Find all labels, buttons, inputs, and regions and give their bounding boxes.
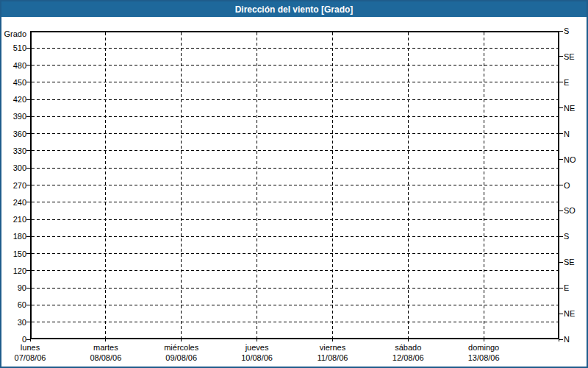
y-tick-label: 210 <box>1 215 26 224</box>
right-axis-label: N <box>564 130 586 138</box>
y-tick-label: 270 <box>1 181 26 190</box>
y-tick-label: 390 <box>1 112 26 121</box>
right-axis-label: NO <box>564 155 586 164</box>
x-axis-tick <box>559 338 559 342</box>
y-axis-tick <box>26 253 30 254</box>
y-axis-tick <box>26 133 30 134</box>
date-label: 12/08/06 <box>392 353 424 363</box>
h-gridline <box>32 48 558 49</box>
right-axis-label: O <box>564 181 586 190</box>
y-axis-label: Grado <box>1 29 26 38</box>
x-axis-tick <box>181 338 182 342</box>
h-gridline <box>32 253 558 254</box>
y-axis-tick <box>26 219 30 220</box>
right-axis-tick <box>559 185 563 185</box>
right-axis-label: SE <box>564 258 586 266</box>
date-label: 07/08/06 <box>15 353 46 363</box>
y-axis-tick <box>26 288 30 289</box>
date-label: 09/08/06 <box>165 353 197 363</box>
right-axis-label: NE <box>564 104 586 113</box>
right-axis-tick <box>559 56 563 57</box>
y-tick-label: 180 <box>1 232 26 241</box>
right-axis-tick <box>559 133 563 134</box>
y-tick-label: 360 <box>1 130 26 138</box>
v-gridline <box>105 32 106 338</box>
right-axis-label: SE <box>564 52 586 61</box>
y-axis-tick <box>26 185 30 185</box>
right-axis-tick <box>559 82 563 82</box>
y-axis-tick <box>26 168 30 169</box>
chart-title: Dirección del viento [Grado] <box>235 4 354 15</box>
right-axis-label: E <box>564 78 586 87</box>
y-axis-tick <box>26 322 30 322</box>
y-tick-label: 300 <box>1 163 26 172</box>
h-gridline <box>32 168 558 169</box>
y-tick-label: 90 <box>1 283 26 292</box>
day-label: martes <box>93 343 118 353</box>
y-axis-tick <box>26 202 30 202</box>
date-label: 11/08/06 <box>317 353 348 363</box>
h-gridline <box>32 82 558 82</box>
x-axis-tick <box>30 338 31 342</box>
y-tick-label: 480 <box>1 61 26 70</box>
right-axis-tick <box>559 314 563 314</box>
h-gridline <box>32 133 558 134</box>
y-tick-label: 150 <box>1 250 26 258</box>
right-axis-label: N <box>564 335 586 344</box>
right-axis-label: E <box>564 283 586 292</box>
right-axis-tick <box>559 159 563 160</box>
y-tick-label: 510 <box>1 43 26 52</box>
chart-panel: Dirección del viento [Grado] Grado 03060… <box>0 0 588 368</box>
x-axis-tick <box>484 338 484 342</box>
v-gridline <box>332 32 333 338</box>
y-tick-label: 120 <box>1 266 26 275</box>
h-gridline <box>32 236 558 237</box>
right-axis-tick <box>559 31 563 32</box>
day-label: viernes <box>320 343 345 353</box>
right-axis-tick <box>559 236 563 237</box>
day-label: lunes <box>21 343 40 353</box>
y-axis-tick <box>26 150 30 151</box>
h-gridline <box>32 219 558 220</box>
right-axis-tick <box>559 339 563 340</box>
y-tick-label: 420 <box>1 95 26 104</box>
y-tick-label: 330 <box>1 146 26 155</box>
date-label: 08/08/06 <box>90 353 121 363</box>
date-label: 10/08/06 <box>241 353 273 363</box>
x-axis-tick <box>257 338 257 342</box>
y-axis-tick <box>26 99 30 100</box>
v-gridline <box>257 32 257 338</box>
h-gridline <box>32 202 558 202</box>
v-gridline <box>484 32 484 338</box>
y-axis-tick <box>26 65 30 66</box>
right-axis-label: SO <box>564 206 586 215</box>
chart-title-bar: Dirección del viento [Grado] <box>1 1 587 17</box>
x-axis-tick <box>408 338 409 342</box>
day-label: sábado <box>395 343 421 353</box>
y-axis-tick <box>26 270 30 271</box>
y-axis-tick <box>26 48 30 49</box>
y-tick-label: 30 <box>1 318 26 327</box>
y-tick-label: 60 <box>1 300 26 309</box>
y-axis-tick <box>26 82 30 82</box>
right-axis-label: S <box>564 26 586 35</box>
x-axis-tick <box>105 338 106 342</box>
right-axis-tick <box>559 288 563 289</box>
h-gridline <box>32 65 558 66</box>
h-gridline <box>32 305 558 305</box>
y-axis-tick <box>26 236 30 237</box>
right-axis-label: S <box>564 232 586 241</box>
v-gridline <box>181 32 182 338</box>
date-label: 13/08/06 <box>468 353 500 363</box>
h-gridline <box>32 288 558 289</box>
h-gridline <box>32 185 558 185</box>
day-label: domingo <box>468 343 499 353</box>
chart-area: Grado 0306090120150180210240270300330360… <box>1 17 587 367</box>
y-tick-label: 450 <box>1 78 26 87</box>
day-label: jueves <box>245 343 269 353</box>
h-gridline <box>32 150 558 151</box>
h-gridline <box>32 99 558 100</box>
right-axis-tick <box>559 262 563 263</box>
y-axis-tick <box>26 305 30 305</box>
right-axis-tick <box>559 210 563 211</box>
